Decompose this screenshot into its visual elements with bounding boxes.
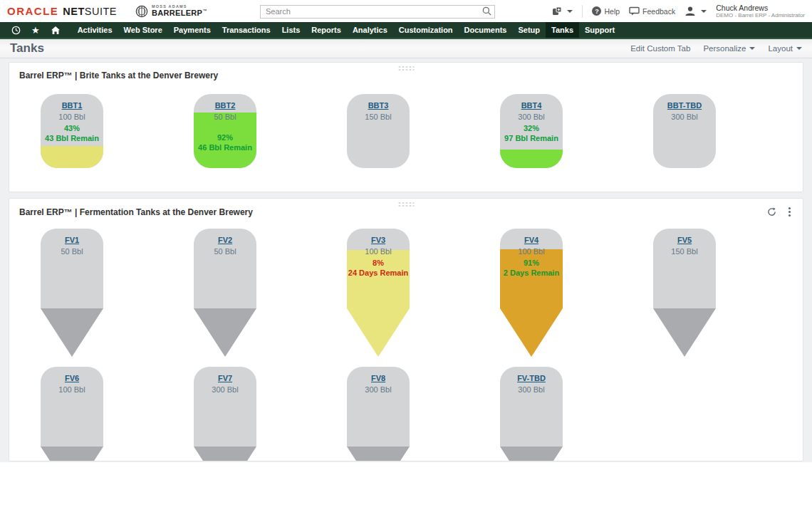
tank-FV2: FV250 Bbl (194, 229, 256, 357)
tank-remaining: 97 Bbl Remain (500, 134, 563, 144)
top-bar: ORACLE NETSUITE MOSS ADAMS BARRELERP™ (0, 0, 812, 22)
recent-records-icon[interactable] (11, 26, 21, 35)
nav-item-analytics[interactable]: Analytics (347, 22, 393, 38)
tank-link-FV7[interactable]: FV7 (218, 374, 232, 382)
tank-FV3: FV3100 Bbl8%24 Days Remain (347, 229, 410, 357)
tank-cone (347, 308, 410, 357)
tank-remaining: 24 Days Remain (347, 268, 410, 278)
tank-link-FV-TBD[interactable]: FV-TBD (517, 374, 546, 382)
tank-percent: 32% (500, 124, 563, 134)
panel-title: Barrel ERP™ | Brite Tanks at the Denver … (19, 71, 218, 80)
personalize-menu[interactable]: Personalize (703, 44, 755, 53)
tank-link-FV5[interactable]: FV5 (677, 236, 692, 244)
tank-status: 92%46 Bbl Remain (194, 133, 256, 153)
tank-link-FV3[interactable]: FV3 (371, 236, 385, 244)
tank-FV7: FV7300 Bbl (194, 367, 256, 461)
tank-FV5: FV5150 Bbl (653, 229, 716, 357)
user-role: DEMO - Barrel ERP - Administrator (716, 12, 805, 19)
caret-down-icon (796, 47, 802, 50)
feedback-label: Feedback (642, 7, 675, 16)
tank-cone (41, 308, 103, 357)
nav-item-reports[interactable]: Reports (306, 22, 347, 38)
nav-item-activities[interactable]: Activities (72, 22, 118, 38)
tank-percent: 92% (194, 133, 256, 143)
refresh-icon[interactable] (767, 207, 776, 216)
tank-capacity: 50 Bbl (194, 247, 256, 256)
tank-body: FV250 Bbl (194, 229, 256, 308)
tank-capacity: 50 Bbl (41, 247, 103, 256)
tank-capacity: 300 Bbl (347, 385, 410, 394)
tank-capacity: 150 Bbl (653, 247, 716, 256)
tank-body: BBT250 Bbl92%46 Bbl Remain (194, 94, 256, 168)
tank-fill-level (41, 146, 103, 168)
feedback-icon (629, 6, 640, 16)
tank-capacity: 300 Bbl (500, 113, 563, 121)
home-icon[interactable] (51, 26, 61, 35)
help-button[interactable]: ? Help (592, 6, 620, 16)
main-nav: ★ ActivitiesWeb StorePaymentsTransaction… (0, 22, 812, 39)
tank-link-BBT2[interactable]: BBT2 (215, 101, 236, 110)
fermentation-tank-grid-row2: FV6100 BblFV7300 BblFV8300 BblFV-TBD300 … (9, 367, 803, 461)
tank-link-FV1[interactable]: FV1 (65, 236, 79, 244)
divider (582, 5, 583, 18)
user-menu[interactable] (685, 6, 707, 16)
tank-FV1: FV150 Bbl (41, 229, 103, 357)
brite-tank-grid: BBT1100 Bbl43%43 Bbl RemainBBT250 Bbl92%… (9, 94, 803, 168)
help-icon: ? (592, 6, 601, 16)
tank-cone (41, 447, 103, 461)
tank-capacity: 100 Bbl (500, 247, 563, 256)
user-name: Chuck Andrews (716, 4, 805, 12)
tank-link-BBT4[interactable]: BBT4 (521, 101, 542, 110)
nav-item-payments[interactable]: Payments (168, 22, 217, 38)
tank-capacity: 300 Bbl (194, 385, 256, 394)
tank-link-FV8[interactable]: FV8 (371, 374, 385, 382)
search-input[interactable] (260, 5, 495, 19)
nav-item-web-store[interactable]: Web Store (118, 22, 168, 38)
tank-link-FV4[interactable]: FV4 (524, 236, 538, 244)
tank-cone (653, 308, 716, 357)
page-header: Tanks Edit Custom Tab Personalize Layout (0, 39, 812, 58)
nav-item-lists[interactable]: Lists (276, 22, 306, 38)
tank-body: FV6100 Bbl (41, 367, 103, 447)
barrelerp-logo: MOSS ADAMS BARRELERP™ (135, 5, 207, 18)
tank-BBT4: BBT4300 Bbl32%97 Bbl Remain (500, 94, 563, 168)
nav-item-setup[interactable]: Setup (512, 22, 546, 38)
tank-body: FV8300 Bbl (347, 367, 410, 447)
tank-status: 32%97 Bbl Remain (500, 124, 563, 144)
netsuite-logo: NETSUITE (63, 6, 117, 17)
tank-cone (500, 308, 563, 357)
panel-menu-icon[interactable] (786, 207, 793, 217)
tank-percent: 8% (347, 259, 410, 268)
layout-menu[interactable]: Layout (768, 44, 802, 53)
feedback-button[interactable]: Feedback (629, 6, 675, 16)
tank-link-BBT3[interactable]: BBT3 (368, 101, 389, 110)
edit-custom-tab-link[interactable]: Edit Custom Tab (630, 44, 690, 53)
tank-body: FV4100 Bbl91%2 Days Remain (500, 229, 563, 308)
tank-body: BBT3150 Bbl (347, 94, 410, 168)
panel-title: Barrel ERP™ | Fermentation Tanks at the … (19, 207, 253, 217)
search-icon[interactable] (482, 6, 491, 16)
tank-link-BBT1[interactable]: BBT1 (62, 101, 83, 110)
tank-percent: 91% (500, 259, 563, 268)
tank-capacity: 100 Bbl (41, 113, 103, 121)
top-right-controls: ? Help Feedback Chuck Andrews DEMO - Bar… (552, 4, 805, 19)
nav-item-documents[interactable]: Documents (459, 22, 513, 38)
tank-status: 43%43 Bbl Remain (41, 124, 103, 144)
oracle-logo: ORACLE (7, 5, 58, 17)
tank-BBT-TBD: BBT-TBD300 Bbl (653, 94, 716, 168)
tank-link-FV6[interactable]: FV6 (65, 374, 79, 382)
shortcuts-star-icon[interactable]: ★ (31, 26, 40, 35)
tank-cone (194, 447, 256, 461)
tank-link-FV2[interactable]: FV2 (218, 236, 232, 244)
tank-body: FV5150 Bbl (653, 229, 716, 308)
drag-handle-icon[interactable] (398, 66, 415, 71)
nav-item-transactions[interactable]: Transactions (217, 22, 276, 38)
drag-handle-icon[interactable] (398, 202, 415, 207)
quick-add-menu[interactable] (552, 6, 573, 16)
nav-item-support[interactable]: Support (579, 22, 620, 38)
nav-item-customization[interactable]: Customization (393, 22, 459, 38)
tank-FV6: FV6100 Bbl (41, 367, 103, 461)
tank-remaining: 2 Days Remain (500, 268, 563, 278)
nav-item-tanks[interactable]: Tanks (546, 22, 579, 38)
tank-link-BBT-TBD[interactable]: BBT-TBD (667, 101, 702, 110)
